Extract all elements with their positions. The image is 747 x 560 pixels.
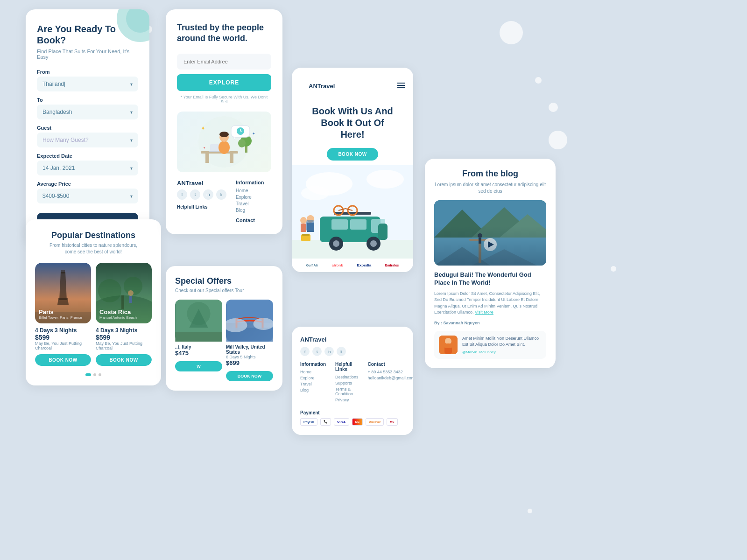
phone-pay-icon: 📞 xyxy=(320,418,331,426)
payment-title: Payment xyxy=(300,410,405,415)
costa-rica-maybe: May Be, You Just Putting Charcoal xyxy=(96,341,152,350)
svg-text:✦: ✦ xyxy=(203,147,205,149)
info-blog[interactable]: Blog xyxy=(236,208,264,213)
destinations-subtitle: From historical cities to nature splendo… xyxy=(35,242,152,255)
info-home[interactable]: Home xyxy=(236,188,264,193)
paypal-icon: PayPal xyxy=(300,418,317,426)
footer-phone: + 89 44 5353 3432 xyxy=(368,370,413,374)
blog-card: From the blog Lorem ipsum dolor sit amet… xyxy=(425,159,556,368)
blog-image xyxy=(434,200,546,266)
footer-blog-link[interactable]: Blog xyxy=(300,388,326,392)
svg-point-39 xyxy=(254,318,274,330)
offer-italy-image xyxy=(175,300,222,342)
italy-illustration xyxy=(175,300,222,342)
destination-paris: Paris Eiffel Tower, Paris, France 4 Days… xyxy=(35,263,91,366)
offer-italy: ..t, Italy $475 W xyxy=(175,300,222,381)
offer-italy-location: ..t, Italy xyxy=(175,344,222,350)
email-input[interactable] xyxy=(177,54,271,70)
destinations-grid: Paris Eiffel Tower, Paris, France 4 Days… xyxy=(35,263,152,366)
trusted-info-col: Information Home Explore Travel Blog Con… xyxy=(236,180,264,223)
guest-label: Guest xyxy=(37,125,138,131)
paris-nights: 4 Days 3 Nights xyxy=(35,327,91,334)
footer-terms-link[interactable]: Terms & Condition xyxy=(335,387,359,396)
paris-book-button[interactable]: BOOK NOW xyxy=(35,354,91,366)
partner-expedia: Expedia xyxy=(357,263,372,267)
partner-airbnb: airbnb xyxy=(332,263,343,267)
instagram-icon[interactable]: in xyxy=(203,189,213,200)
svg-point-80 xyxy=(445,338,451,344)
svg-marker-1 xyxy=(57,298,69,305)
from-group: From Thailand| ▾ xyxy=(37,69,138,91)
price-select[interactable]: $400-$500 ▾ xyxy=(37,189,138,203)
footer-destinations-link[interactable]: Destinations xyxy=(335,375,359,379)
from-select[interactable]: Thailand| ▾ xyxy=(37,77,138,91)
trusted-title: Trusted by the people around the world. xyxy=(177,22,271,44)
deco-circle-3 xyxy=(549,103,558,112)
to-chevron-icon: ▾ xyxy=(130,110,133,115)
price-group: Average Price $400-$500 ▾ xyxy=(37,181,138,203)
deco-circle-7 xyxy=(611,266,616,272)
footer-linkedin-icon[interactable]: li xyxy=(337,347,346,356)
svg-rect-9 xyxy=(129,296,132,303)
offer-italy-book-button[interactable]: W xyxy=(175,361,222,371)
footer-twitter-icon[interactable]: t xyxy=(312,347,322,356)
footer-supports-link[interactable]: Supports xyxy=(335,381,359,385)
date-select[interactable]: 14 Jan, 2021 ▾ xyxy=(37,161,138,175)
paris-sub: Eiffel Tower, Paris, France xyxy=(39,315,82,320)
twitter-icon[interactable]: t xyxy=(190,189,200,200)
offer-us-nights: 6 Days 5 Nights xyxy=(226,355,273,359)
footer-instagram-icon[interactable]: in xyxy=(324,347,334,356)
date-label: Expected Date xyxy=(37,153,138,159)
hamburger-line-3 xyxy=(397,87,405,88)
to-select[interactable]: Bangladesh ▾ xyxy=(37,105,138,119)
special-offers-card: Special Offers Check out our Special off… xyxy=(166,266,282,391)
paris-image: Paris Eiffel Tower, Paris, France xyxy=(35,263,91,323)
from-value: Thailand| xyxy=(42,81,65,87)
info-explore[interactable]: Explore xyxy=(236,195,264,200)
footer-info-col: Information Home Explore Travel Blog xyxy=(300,362,326,404)
info-travel[interactable]: Travel xyxy=(236,201,264,206)
hamburger-menu[interactable] xyxy=(397,83,405,88)
offer-us-book-button[interactable]: BOOK NOW xyxy=(226,371,273,381)
costa-rica-price: $599 xyxy=(96,334,152,341)
svg-rect-61 xyxy=(306,220,314,231)
secure-note: * Your Email Is Fully Secure With Us. We… xyxy=(177,95,271,104)
footer-home-link[interactable]: Home xyxy=(300,370,326,374)
footer-facebook-icon[interactable]: f xyxy=(300,347,310,356)
svg-rect-63 xyxy=(301,224,306,232)
facebook-icon[interactable]: f xyxy=(177,189,187,200)
footer-travel-link[interactable]: Travel xyxy=(300,382,326,386)
footer-explore-link[interactable]: Explore xyxy=(300,376,326,380)
svg-rect-33 xyxy=(176,332,222,342)
svg-marker-0 xyxy=(59,272,67,300)
comment-avatar xyxy=(439,336,458,354)
blog-excerpt: Lorem Ipsum Dolor Sit Amet, Consectetur … xyxy=(434,291,546,316)
footer-helpful-col: Helpfull Links Destinations Supports Ter… xyxy=(335,362,359,404)
footer-privacy-link[interactable]: Privacy xyxy=(335,398,359,402)
svg-rect-7 xyxy=(121,295,124,309)
mastercard-icon: MC xyxy=(387,418,397,426)
hero-book-button[interactable]: BOOK NOW xyxy=(327,148,378,161)
svg-point-5 xyxy=(98,279,121,302)
offer-us-info: Mill Valley, United States 6 Days 5 Nigh… xyxy=(226,342,273,369)
linkedin-icon[interactable]: li xyxy=(216,189,226,200)
avatar-illustration xyxy=(439,336,458,354)
guest-select[interactable]: How Many Guest? ▾ xyxy=(37,133,138,147)
booking-form-card: Are You Ready To Book? Find Place That S… xyxy=(26,9,149,245)
svg-point-42 xyxy=(366,170,404,189)
comment-content: Amet Minim Mollit Non Deserunt Ullamco E… xyxy=(462,336,542,354)
explore-button[interactable]: EXPLORE xyxy=(177,74,271,91)
footer-grid: Information Home Explore Travel Blog Hel… xyxy=(300,362,405,404)
footer-brand: ANTravel xyxy=(300,336,405,343)
visit-more-link[interactable]: Visit More xyxy=(475,310,493,315)
mc-icon: MC xyxy=(352,418,363,426)
costa-rica-book-button[interactable]: BOOK NOW xyxy=(96,354,152,366)
costa-rica-city: Costa Rica xyxy=(99,308,137,315)
desk-illustration-svg: ✦ ✦ ✦ xyxy=(177,114,271,170)
costa-rica-image: Costa Rica Manuel Antonio Beach xyxy=(96,263,152,323)
payment-section: Payment PayPal 📞 VISA MC Discover MC xyxy=(300,410,405,426)
costa-rica-label: Costa Rica Manuel Antonio Beach xyxy=(99,308,137,320)
comment-author: @Marvin_McKinney xyxy=(462,350,542,354)
dot-3 xyxy=(99,373,101,376)
price-label: Average Price xyxy=(37,181,138,187)
